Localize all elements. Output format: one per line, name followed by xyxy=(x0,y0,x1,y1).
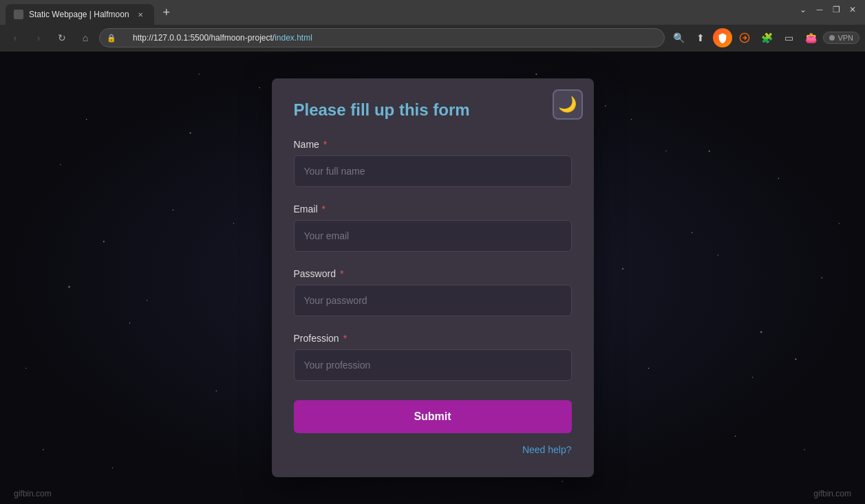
sidebar-button[interactable]: ▭ xyxy=(779,28,798,47)
address-bar: ‹ › ↻ ⌂ 🔒 http://127.0.0.1:5500/halfmoon… xyxy=(0,25,865,51)
profession-label-text: Profession xyxy=(294,333,339,344)
email-input[interactable] xyxy=(294,220,572,252)
tab-title: Static Webpage | Halfmoon xyxy=(29,10,129,19)
tab-bar: Static Webpage | Halfmoon ✕ + ⌄ ─ ❐ ✕ xyxy=(0,0,865,25)
profession-field-group: Profession * xyxy=(294,333,572,381)
new-tab-button[interactable]: + xyxy=(157,3,176,22)
tab-list-button[interactable]: ⌄ xyxy=(796,3,810,17)
password-field-group: Password * xyxy=(294,268,572,316)
back-button[interactable]: ‹ xyxy=(6,28,25,47)
submit-button[interactable]: Submit xyxy=(294,400,572,433)
email-required-star: * xyxy=(322,204,325,215)
browser-chrome: Static Webpage | Halfmoon ✕ + ⌄ ─ ❐ ✕ ‹ … xyxy=(0,0,865,52)
vpn-badge[interactable]: VPN xyxy=(823,32,859,44)
email-label: Email * xyxy=(294,204,572,215)
form-title: Please fill up this form xyxy=(294,100,572,120)
name-label-text: Name xyxy=(294,139,319,150)
vpn-status-dot xyxy=(829,35,835,41)
moon-icon: 🌙 xyxy=(558,96,577,113)
name-input[interactable] xyxy=(294,155,572,187)
url-input[interactable]: 🔒 http://127.0.0.1:5500/halfmoon-project… xyxy=(99,28,665,47)
profession-label: Profession * xyxy=(294,333,572,344)
window-maximize-button[interactable]: ❐ xyxy=(829,3,843,17)
brave-icon[interactable] xyxy=(713,28,732,47)
window-controls: ⌄ ─ ❐ ✕ xyxy=(796,3,859,17)
url-highlight: index.html xyxy=(275,33,312,43)
name-required-star: * xyxy=(323,139,327,150)
extensions-button[interactable]: 🧩 xyxy=(757,28,776,47)
refresh-button[interactable]: ↻ xyxy=(52,28,72,47)
profession-required-star: * xyxy=(343,333,347,344)
wallet-button[interactable]: 👛 xyxy=(801,28,820,47)
window-close-button[interactable]: ✕ xyxy=(846,3,859,17)
form-card: 🌙 Please fill up this form Name * Email … xyxy=(272,78,594,477)
email-label-text: Email xyxy=(294,204,318,215)
url-text: http://127.0.0.1:5500/halfmoon-project/i… xyxy=(120,33,312,43)
orange-icon[interactable] xyxy=(735,28,754,47)
profession-input[interactable] xyxy=(294,349,572,381)
password-label: Password * xyxy=(294,268,572,279)
forward-button[interactable]: › xyxy=(29,28,48,47)
tab-favicon xyxy=(14,10,23,19)
page-content: 🌙 Please fill up this form Name * Email … xyxy=(0,52,865,504)
zoom-button[interactable]: 🔍 xyxy=(669,28,688,47)
name-field-group: Name * xyxy=(294,139,572,187)
name-label: Name * xyxy=(294,139,572,150)
window-minimize-button[interactable]: ─ xyxy=(813,3,826,17)
password-required-star: * xyxy=(340,268,343,279)
tab-close-button[interactable]: ✕ xyxy=(135,9,146,20)
password-label-text: Password xyxy=(294,268,336,279)
lock-icon: 🔒 xyxy=(107,34,116,43)
help-link[interactable]: Need help? xyxy=(294,444,572,455)
password-input[interactable] xyxy=(294,285,572,316)
share-button[interactable]: ⬆ xyxy=(691,28,710,47)
theme-toggle-button[interactable]: 🌙 xyxy=(553,89,583,120)
toolbar-icons: 🔍 ⬆ 🧩 ▭ 👛 VPN xyxy=(669,28,859,47)
home-button[interactable]: ⌂ xyxy=(76,28,95,47)
email-field-group: Email * xyxy=(294,204,572,252)
vpn-label: VPN xyxy=(837,34,853,42)
active-tab[interactable]: Static Webpage | Halfmoon ✕ xyxy=(6,4,154,25)
